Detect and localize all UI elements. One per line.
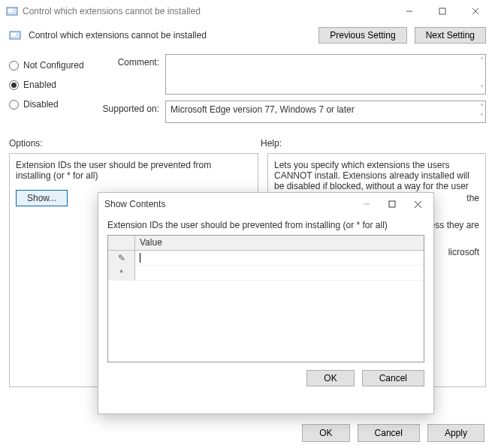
close-button[interactable] [405,193,430,215]
page-title: Control which extensions cannot be insta… [29,30,311,41]
maximize-button[interactable] [426,0,459,23]
row-marker: * [108,266,135,281]
grid-row[interactable]: ✎ [108,251,424,266]
radio-icon [9,61,19,71]
supported-label: Supported on: [99,101,165,114]
radio-enabled[interactable]: Enabled [9,80,99,90]
svg-rect-3 [439,8,445,14]
dialog-cancel-button[interactable]: Cancel [362,370,424,386]
close-button[interactable] [459,0,492,23]
dialog-ok-button[interactable]: OK [306,370,354,386]
gpo-icon [6,5,18,17]
maximize-button[interactable] [379,193,405,215]
svg-rect-1 [8,9,13,12]
ok-button[interactable]: OK [302,424,349,442]
value-column-header: Value [135,236,424,251]
radio-label: Disabled [23,99,59,110]
value-cell[interactable] [135,266,424,281]
help-label: Help: [261,138,282,149]
dialog-title: Show Contents [104,199,165,209]
radio-label: Not Configured [23,60,84,71]
cancel-button[interactable]: Cancel [358,424,420,442]
minimize-button[interactable] [393,0,426,23]
svg-rect-7 [11,33,16,36]
comment-input[interactable]: ˄ ˅ [165,54,486,95]
apply-button[interactable]: Apply [427,424,484,442]
radio-label: Enabled [23,80,56,90]
supported-value: Microsoft Edge version 77, Windows 7 or … [171,104,355,115]
radio-not-configured[interactable]: Not Configured [9,60,99,71]
value-grid[interactable]: Value ✎ * [107,235,424,362]
dialog-buttons: OK Cancel Apply [0,418,495,448]
comment-label: Comment: [99,54,165,68]
minimize-button[interactable] [354,193,379,215]
row-header-corner [108,236,135,251]
value-cell[interactable] [135,251,424,266]
dialog-titlebar: Show Contents [98,193,433,215]
show-button[interactable]: Show... [16,190,68,206]
row-marker: ✎ [108,251,135,266]
dialog-instruction: Extension IDs the user should be prevent… [107,220,424,230]
grid-row[interactable]: * [108,266,424,281]
help-text: Lets you specify which extensions the us… [274,160,479,191]
supported-box: Microsoft Edge version 77, Windows 7 or … [165,101,486,123]
scroll-up-icon[interactable]: ˄ [480,103,484,111]
radio-icon [9,100,19,110]
prevent-label: Extension IDs the user should be prevent… [16,160,241,181]
show-contents-dialog: Show Contents Extension IDs the user sho… [98,192,434,414]
radio-icon [9,80,19,90]
next-setting-button[interactable]: Next Setting [415,27,486,44]
window-title: Control which extensions cannot be insta… [23,6,201,17]
options-label: Options: [9,138,261,149]
svg-rect-9 [389,201,395,207]
scroll-down-icon[interactable]: ˅ [480,113,484,121]
gpo-icon [9,29,21,41]
scroll-up-icon[interactable]: ˄ [480,56,484,65]
text-cursor [140,253,140,263]
radio-disabled[interactable]: Disabled [9,99,99,110]
scroll-down-icon[interactable]: ˅ [480,84,484,92]
previous-setting-button[interactable]: Previous Setting [318,27,406,44]
window-titlebar: Control which extensions cannot be insta… [0,0,495,23]
